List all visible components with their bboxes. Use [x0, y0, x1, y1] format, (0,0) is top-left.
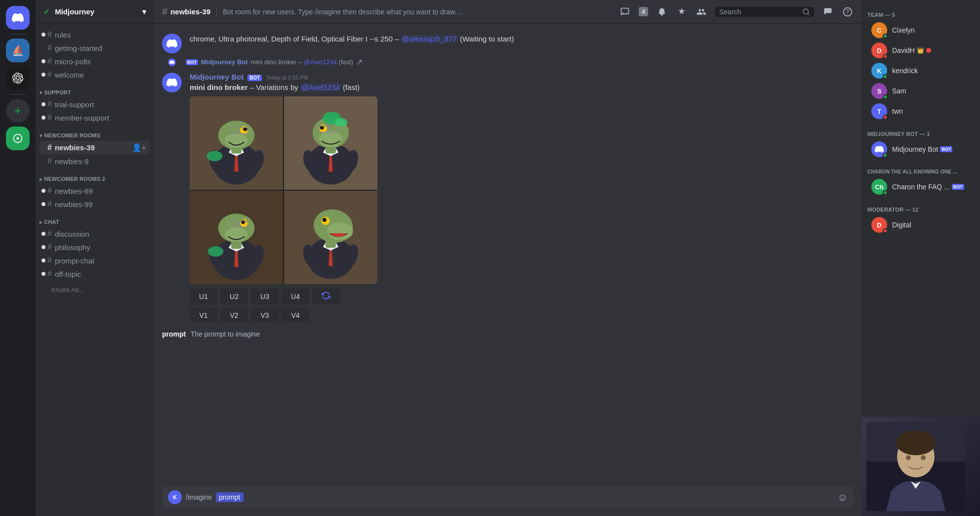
system-message-text: chrome, Ultra photoreal, Depth of Field,… [190, 34, 854, 44]
chat-input-field[interactable] [247, 493, 834, 502]
mention-axel1234[interactable]: @Axel1234 [300, 83, 341, 91]
section-chat[interactable]: ▸ CHAT [36, 211, 154, 227]
slash-command-label: /imagine [186, 493, 212, 501]
status-indicator [883, 54, 888, 59]
channel-item-newbies-39[interactable]: # newbies-39 👤+ [40, 141, 150, 154]
message-group-system: chrome, Ultra photoreal, Depth of Field,… [154, 32, 861, 55]
moderator-section-header: MODERATOR — 12 [861, 203, 980, 215]
svg-text:?: ? [846, 9, 849, 14]
channel-item-member-support[interactable]: # member-support [40, 111, 150, 124]
server-icon-boat[interactable]: ⛵ [6, 39, 30, 62]
generated-image-grid [190, 96, 377, 284]
member-cixelyn[interactable]: C Cixelyn [865, 20, 976, 40]
add-member-icon[interactable]: 👤+ [132, 143, 146, 152]
channel-item-newbies-9[interactable]: # newbies-9 [40, 155, 150, 168]
thread-icon[interactable] [619, 6, 631, 18]
section-label: CHAT [44, 219, 59, 225]
notification-icon[interactable] [656, 6, 668, 18]
members-icon[interactable] [695, 6, 707, 18]
section-support[interactable]: ▾ SUPPORT [36, 82, 154, 97]
discover-servers-button[interactable] [6, 127, 30, 150]
u1-button[interactable]: U1 [190, 288, 217, 304]
compact-avatar-space [162, 58, 182, 66]
svg-point-22 [207, 151, 223, 161]
channel-item-trial-support[interactable]: # trial-support [40, 98, 150, 111]
member-sam[interactable]: S Sam [865, 81, 976, 101]
channel-label: newbies-9 [55, 157, 88, 166]
channel-item-discussion[interactable]: # discussion [40, 227, 150, 240]
chat-area: chrome, Ultra photoreal, Depth of Field,… [154, 24, 861, 486]
top-bar: # newbies-39 Bot room for new users. Typ… [154, 0, 861, 24]
variation-buttons-row: V1 V2 V3 V4 [190, 308, 854, 322]
server-icon-openai[interactable] [6, 66, 30, 90]
image-cell-br[interactable] [284, 191, 377, 284]
member-name-kendrick: kendrick [892, 67, 918, 75]
member-name-sam: Sam [892, 87, 906, 95]
refresh-button[interactable] [312, 288, 340, 304]
member-charon[interactable]: Ch Charon the FAQ ... BOT [865, 177, 976, 197]
channel-list: # rules # getting-started # micro-polls … [36, 24, 154, 516]
v2-button[interactable]: V2 [220, 308, 248, 322]
channel-item-getting-started[interactable]: # getting-started [40, 42, 150, 54]
discord-home-button[interactable] [6, 6, 30, 30]
member-kendrick[interactable]: K kendrick [865, 61, 976, 81]
hash-icon: # [47, 269, 52, 278]
pin-icon[interactable] [676, 6, 688, 18]
forward-icon[interactable]: ↗ [356, 57, 363, 67]
channel-item-philosophy[interactable]: # philosophy [40, 241, 150, 254]
hash-icon: # [47, 30, 52, 39]
channel-item-micro-polls[interactable]: # micro-polls [40, 55, 150, 68]
u2-button[interactable]: U2 [220, 288, 248, 304]
channel-item-welcome[interactable]: # welcome [40, 68, 150, 81]
emoji-button[interactable]: ☺ [838, 492, 848, 503]
channel-item-rules[interactable]: # rules [40, 28, 150, 41]
member-digital[interactable]: D Digital [865, 215, 976, 235]
channel-item-khalid[interactable]: Khalid.Ab... [40, 284, 150, 296]
section-newcomer-rooms[interactable]: ▾ NEWCOMER ROOMS [36, 125, 154, 140]
channel-item-prompt-chat[interactable]: # prompt-chat [40, 254, 150, 267]
member-twn[interactable]: T twn [865, 101, 976, 121]
server-icon-bar: ⛵ + [0, 0, 36, 516]
video-face [861, 417, 980, 516]
member-name-twn: twn [892, 107, 903, 115]
channel-item-newbies-99[interactable]: # newbies-99 [40, 198, 150, 211]
svg-point-4 [803, 9, 809, 14]
channel-label: getting-started [55, 44, 102, 52]
crown-icon: 👑 [917, 47, 924, 54]
channel-item-off-topic[interactable]: # off-topic [40, 267, 150, 280]
channel-name-display: newbies-39 [170, 7, 210, 16]
server-name-header[interactable]: ✓ Midjourney ▾ [36, 0, 154, 24]
video-preview-overlay [861, 417, 980, 516]
u3-button[interactable]: U3 [251, 288, 279, 304]
chat-input-bar[interactable]: K /imagine prompt ☺ [162, 486, 854, 508]
member-avatar-midjourney [871, 141, 887, 157]
user-avatar-input: K [168, 490, 182, 504]
member-davidh[interactable]: D DavidH 👑 [865, 41, 976, 60]
hash-icon: # [47, 157, 52, 166]
search-bar[interactable]: Search [715, 7, 814, 17]
server-dropdown-arrow[interactable]: ▾ [142, 7, 146, 16]
bot-badge-charon: BOT [952, 184, 964, 190]
member-avatar-charon: Ch [871, 179, 887, 195]
v3-button[interactable]: V3 [251, 308, 279, 322]
channel-label: trial-support [55, 100, 94, 109]
hash-icon: # [47, 113, 52, 122]
hash-icon: # [47, 256, 52, 265]
hash-icon: # [47, 57, 52, 66]
v1-button[interactable]: V1 [190, 308, 217, 322]
help-icon[interactable]: ? [842, 6, 854, 18]
section-newcomer-rooms-2[interactable]: ▸ NEWCOMER ROOMS 2 [36, 168, 154, 184]
midjourney-bot-avatar [162, 73, 182, 92]
add-server-button[interactable]: + [6, 99, 30, 123]
image-cell-bl[interactable] [190, 191, 283, 284]
image-cell-tr[interactable] [284, 96, 377, 190]
message-group-bot: Midjourney Bot BOT Today at 2:55 PM mini… [154, 69, 861, 324]
image-cell-tl[interactable] [190, 96, 283, 190]
u4-button[interactable]: U4 [282, 288, 309, 304]
prompt-description: The prompt to imagine [191, 330, 260, 338]
mention-alexsajzh[interactable]: @alexsajzh_877 [401, 35, 458, 43]
member-midjourney-bot[interactable]: Midjourney Bot BOT [865, 139, 976, 159]
v4-button[interactable]: V4 [282, 308, 309, 322]
channel-item-newbies-69[interactable]: # newbies-69 [40, 184, 150, 197]
inbox-icon[interactable] [822, 6, 834, 18]
